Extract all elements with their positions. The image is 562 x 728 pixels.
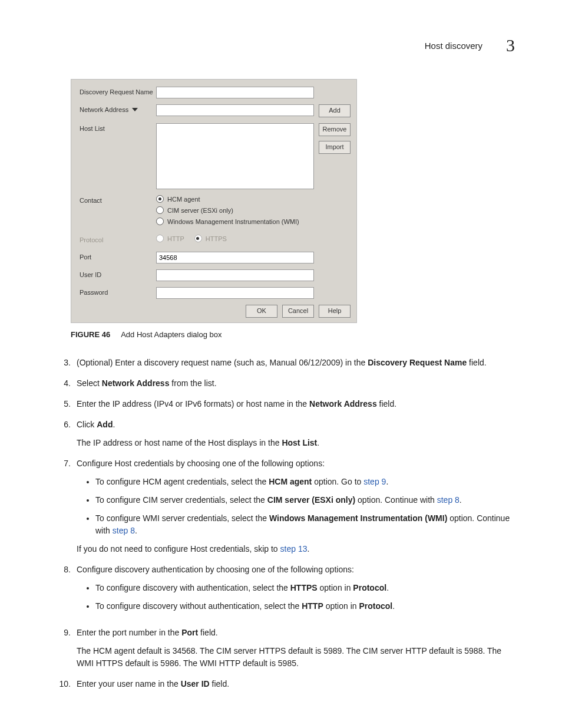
port-label: Port	[80, 252, 156, 261]
step-3: 3. (Optional) Enter a discovery request …	[54, 357, 515, 369]
page-header: Host discovery 3	[47, 35, 515, 55]
wmi-radio[interactable]	[156, 218, 164, 225]
dropdown-icon[interactable]	[132, 108, 138, 111]
step-4: 4. Select Network Address from the list.	[54, 377, 515, 390]
import-button[interactable]: Import	[319, 141, 351, 154]
chapter-number: 3	[506, 35, 515, 55]
add-host-adapters-dialog: Discovery Request Name Network Address A…	[71, 79, 357, 323]
step-6: 6. Click Add. The IP address or host nam…	[54, 419, 515, 449]
figure-number: FIGURE 46	[71, 330, 110, 339]
step-9: 9. Enter the port number in the Port fie…	[54, 627, 515, 670]
https-radio	[194, 235, 202, 242]
network-address-input[interactable]	[156, 104, 314, 116]
protocol-label: Protocol	[80, 235, 156, 243]
step-10: 10. Enter your user name in the User ID …	[54, 678, 515, 690]
link-step-13[interactable]: step 13	[280, 544, 308, 554]
password-input[interactable]	[156, 287, 314, 299]
step-7: 7. Configure Host credentials by choosin…	[54, 457, 515, 555]
discovery-request-name-label: Discovery Request Name	[80, 87, 156, 95]
userid-input[interactable]	[156, 269, 314, 281]
contact-label: Contact	[80, 195, 156, 204]
help-button[interactable]: Help	[319, 305, 351, 318]
section-title: Host discovery	[425, 41, 482, 51]
wmi-radio-label: Windows Management Instrumentation (WMI)	[167, 218, 299, 225]
link-step-9[interactable]: step 9	[363, 477, 386, 486]
link-step-8[interactable]: step 8	[437, 495, 459, 505]
https-radio-label: HTTPS	[206, 235, 227, 242]
hcm-agent-radio[interactable]	[156, 195, 164, 203]
cim-server-radio-label: CIM server (ESXi only)	[167, 207, 233, 214]
remove-button[interactable]: Remove	[319, 123, 351, 136]
http-radio-label: HTTP	[167, 235, 184, 242]
userid-label: User ID	[80, 269, 156, 278]
hcm-agent-radio-label: HCM agent	[167, 196, 200, 203]
password-label: Password	[80, 287, 156, 296]
port-input[interactable]	[156, 252, 314, 263]
network-address-label: Network Address	[80, 106, 128, 113]
step-8: 8. Configure discovery authentication by…	[54, 564, 515, 618]
figure-title: Add Host Adapters dialog box	[121, 330, 222, 339]
host-list-label: Host List	[80, 123, 156, 132]
cim-server-radio[interactable]	[156, 206, 164, 214]
http-radio	[156, 235, 164, 242]
link-step-8b[interactable]: step 8	[113, 526, 135, 535]
ok-button[interactable]: OK	[246, 305, 277, 318]
add-button[interactable]: Add	[319, 104, 351, 117]
step-5: 5. Enter the IP address (IPv4 or IPv6 fo…	[54, 398, 515, 410]
cancel-button[interactable]: Cancel	[282, 305, 314, 318]
figure-caption: FIGURE 46Add Host Adapters dialog box	[71, 330, 515, 339]
host-list-box[interactable]	[156, 123, 314, 189]
discovery-request-name-input[interactable]	[156, 87, 314, 98]
